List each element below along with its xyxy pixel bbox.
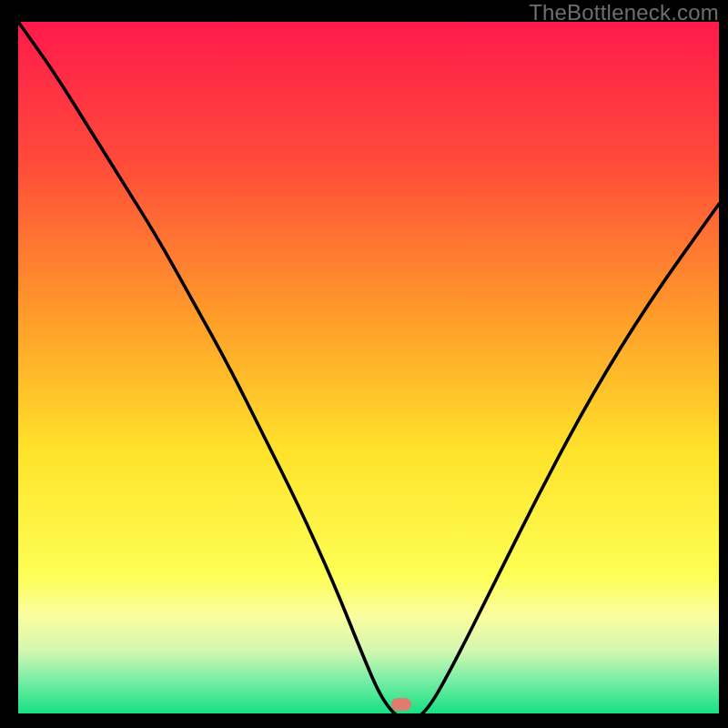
- plot-area: [18, 22, 719, 713]
- curve-path: [18, 22, 719, 720]
- chart-stage: TheBottleneck.com: [0, 0, 728, 728]
- optimum-marker: [391, 698, 411, 711]
- watermark-text: TheBottleneck.com: [529, 0, 719, 25]
- bottleneck-curve: [18, 22, 719, 723]
